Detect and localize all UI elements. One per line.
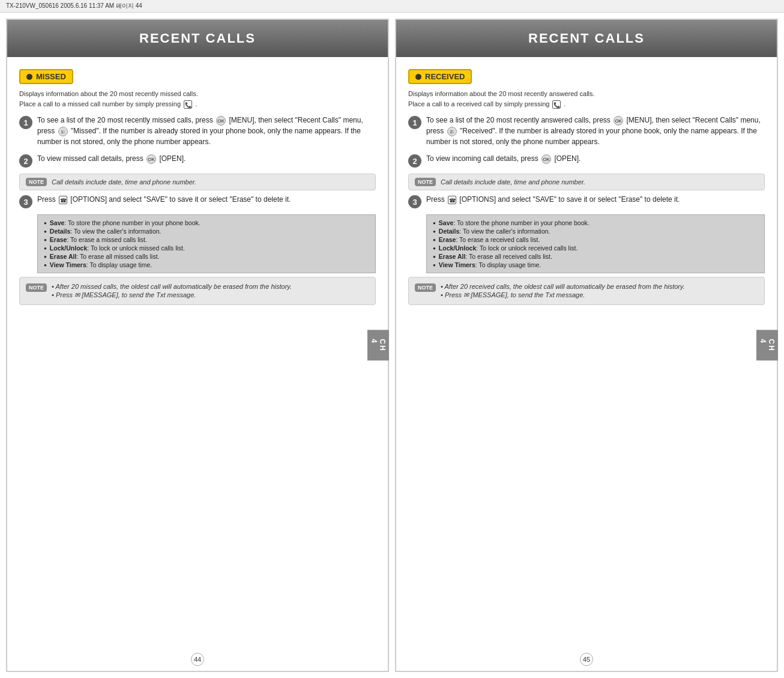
left-note2: NOTE After 20 missed calls, the oldest c… [19,277,376,305]
right-page-header: RECENT CALLS [396,20,777,57]
right-page-num: 45 [580,653,593,666]
left-step1: 1 To see a list of the 20 most recently … [19,115,376,147]
left-note1: NOTE Call details include date, time and… [19,174,376,190]
left-options-list: Save : To store the phone number in your… [44,219,369,269]
right-page-title: RECENT CALLS [402,31,771,46]
right-option-save: Save : To store the phone number in your… [433,219,758,227]
right-note1-text: Call details include date, time and phon… [441,178,585,186]
received-dot [415,74,421,80]
right-note2-badge: NOTE [415,283,436,292]
left-note2-item1: After 20 missed calls, the oldest call w… [52,282,292,291]
left-option-save: Save : To store the phone number in your… [44,219,369,227]
left-note2-badge: NOTE [26,283,47,292]
right-option-details: Details : To view the caller's informati… [433,227,758,235]
left-description: Displays information about the 20 most r… [19,89,376,109]
left-desc-line2: Place a call to a missed call number by … [19,100,181,107]
right-option-lock: Lock/Unlock : To lock or unlock received… [433,244,758,252]
right-desc-line1: Displays information about the 20 most r… [408,90,595,97]
right-note1: NOTE Call details include date, time and… [408,174,765,190]
right-description: Displays information about the 20 most r… [408,89,765,109]
left-option-lock: Lock/Unlock : To lock or unlock missed c… [44,244,369,252]
right-note2-item2: Press ✉ [MESSAGE], to send the Txt messa… [441,291,685,300]
missed-badge: MISSED [19,69,73,84]
left-note1-badge: NOTE [26,178,47,186]
left-step3-num: 3 [19,195,32,208]
right-page-content: RECEIVED Displays information about the … [396,66,777,315]
left-option-erase: Erase : To erase a missed calls list. [44,235,369,244]
right-step3-num: 3 [408,195,421,208]
left-step3: 3 Press ☎ [OPTIONS] and select "SAVE" to… [19,194,376,208]
left-desc-line1: Displays information about the 20 most r… [19,90,198,97]
left-note2-list: After 20 missed calls, the oldest call w… [52,282,292,300]
left-option-details: Details : To view the caller's informati… [44,227,369,235]
right-note1-badge: NOTE [415,178,436,186]
left-side-tab: CH4 [367,330,389,360]
right-note2: NOTE After 20 received calls, the oldest… [408,277,765,305]
left-step2-num: 2 [19,154,32,168]
left-step3-text: Press ☎ [OPTIONS] and select "SAVE" to s… [37,194,291,205]
left-step1-text: To see a list of the 20 most recently mi… [37,115,376,147]
left-note1-text: Call details include date, time and phon… [52,178,196,186]
right-step1: 1 To see a list of the 20 most recently … [408,115,765,147]
right-step3-text: Press ☎ [OPTIONS] and select "SAVE" to s… [426,194,680,205]
left-note2-item2: Press ✉ [MESSAGE], to send the Txt messa… [52,291,292,300]
right-step2-num: 2 [408,154,421,168]
received-badge: RECEIVED [408,69,472,84]
missed-dot [26,74,32,80]
right-step2-text: To view incoming call details, press OK … [426,153,580,164]
right-phone-icon: 📞 [552,100,561,109]
pages-container: RECENT CALLS MISSED Displays information… [0,13,784,678]
left-page: RECENT CALLS MISSED Displays information… [6,19,389,672]
right-note2-list: After 20 received calls, the oldest call… [441,282,685,300]
left-option-eraseall: Erase All : To erase all missed calls li… [44,252,369,261]
left-phone-icon: 📞 [184,100,192,109]
right-option-timers: View Timers : To display usage time. [433,261,758,269]
right-option-erase: Erase : To erase a received calls list. [433,235,758,244]
left-options-box: Save : To store the phone number in your… [37,214,376,273]
left-step2: 2 To view missed call details, press OK … [19,153,376,168]
top-bar: TX-210VW_050616 2005.6.16 11:37 AM 페이지 4… [0,0,784,13]
right-options-list: Save : To store the phone number in your… [433,219,758,269]
right-step1-num: 1 [408,116,421,129]
right-step1-text: To see a list of the 20 most recently an… [426,115,765,147]
left-step1-num: 1 [19,116,32,129]
right-note2-item1: After 20 received calls, the oldest call… [441,282,685,291]
right-option-eraseall: Erase All : To erase all received calls … [433,252,758,261]
top-bar-text: TX-210VW_050616 2005.6.16 11:37 AM 페이지 4… [6,2,142,9]
left-page-num: 44 [191,653,204,666]
right-options-box: Save : To store the phone number in your… [426,214,765,273]
left-step2-text: To view missed call details, press OK [O… [37,153,185,164]
right-step3: 3 Press ☎ [OPTIONS] and select "SAVE" to… [408,194,765,208]
left-page-header: RECENT CALLS [7,20,388,57]
missed-label: MISSED [36,72,66,81]
left-page-content: MISSED Displays information about the 20… [7,66,388,315]
right-side-tab: CH4 [756,330,778,360]
right-step2: 2 To view incoming call details, press O… [408,153,765,168]
right-desc-line2: Place a call to a received call by simpl… [408,100,549,107]
received-label: RECEIVED [425,72,465,81]
left-option-timers: View Timers : To display usage time. [44,261,369,269]
left-page-title: RECENT CALLS [13,31,382,46]
right-page: RECENT CALLS RECEIVED Displays informati… [395,19,778,672]
